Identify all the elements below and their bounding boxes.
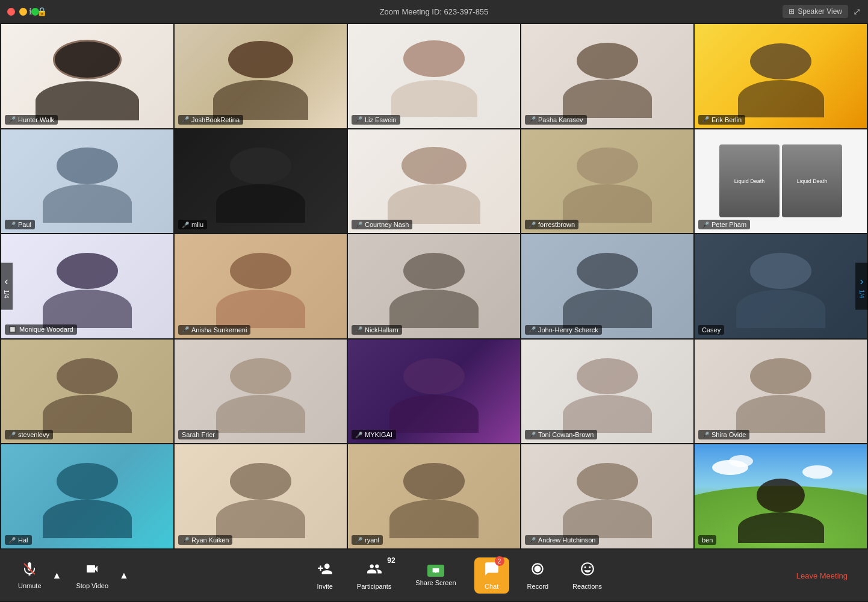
mute-icon: 🎤 [529, 116, 536, 123]
mute-icon: 🎤 [355, 116, 362, 123]
toolbar: Unmute ▲ Stop Video ▲ Invite [0, 550, 868, 601]
video-camera-icon [85, 562, 99, 580]
titlebar-icons: ℹ 🔒 [29, 7, 47, 16]
mute-icon: 🎤 [702, 222, 709, 228]
video-grid: 🎤 Hunter Walk 🎤 JoshBookRetina 🎤 Liz Esw… [0, 23, 868, 550]
speaker-view-icon: ⊞ [789, 7, 795, 16]
name-tag-ben: ben [698, 535, 716, 545]
video-cell-nickhallam[interactable]: 🎤 NickHallam [348, 234, 520, 338]
participants-button[interactable]: 92 Participants [351, 557, 397, 594]
video-cell-ryan[interactable]: 🎤 Ryan Kuiken [175, 444, 347, 548]
record-button[interactable]: Record [521, 557, 554, 594]
mute-icon: 🎤 [8, 222, 16, 228]
video-cell-forrest[interactable]: 🎤 forrestbrown [521, 129, 693, 234]
video-cell-paul[interactable]: 🎤 Paul [1, 129, 173, 234]
video-cell-josh[interactable]: 🎤 JoshBookRetina [175, 24, 347, 128]
name-tag-peter: 🎤 Peter Pham [698, 220, 750, 229]
unmute-button[interactable]: Unmute [12, 558, 48, 593]
name-tag-mliu: 🎤 mliu [178, 220, 207, 229]
mute-icon: 🎤 [529, 222, 536, 228]
chat-icon: 2 [484, 561, 500, 580]
minimize-button[interactable] [19, 8, 27, 16]
page-counter-right: 1/4 [858, 290, 865, 298]
participants-count: 92 [387, 556, 395, 565]
chat-button[interactable]: 2 Chat [474, 557, 509, 594]
name-tag-paul: 🎤 Paul [5, 220, 35, 229]
security-icon[interactable]: 🔒 [37, 7, 47, 16]
video-cell-pasha[interactable]: 🎤 Pasha Karasev [521, 24, 693, 128]
video-cell-mliu[interactable]: 🎤 mliu [175, 129, 347, 234]
mute-icon: 🎤 [8, 116, 16, 123]
name-tag-ryanl: 🎤 ryanl [352, 535, 383, 545]
mute-icon: 🎤 [355, 537, 362, 544]
mute-icon: 🎤 [182, 326, 189, 333]
video-cell-courtney[interactable]: 🎤 Courtney Nash [348, 129, 520, 234]
name-tag-hal: 🎤 Hal [5, 535, 32, 545]
speaker-view-button[interactable]: ⊞ Speaker View [783, 5, 848, 18]
video-cell-hal[interactable]: 🎤 Hal [1, 444, 173, 548]
name-tag-stevenlevy: 🎤 stevenlevy [5, 430, 53, 439]
microphone-icon [22, 562, 37, 580]
invite-button[interactable]: Invite [311, 557, 339, 594]
unmute-caret[interactable]: ▲ [50, 570, 64, 581]
video-cell-hunter-walk[interactable]: 🎤 Hunter Walk [1, 24, 173, 128]
name-tag-ryan: 🎤 Ryan Kuiken [178, 535, 232, 545]
page-indicator-left[interactable]: ‹ 1/4 [0, 262, 13, 310]
mute-icon: 🎤 [8, 537, 16, 544]
name-tag-josh: 🎤 JoshBookRetina [178, 115, 243, 125]
video-cell-shira[interactable]: 🎤 Shira Ovide [695, 340, 867, 444]
page-indicator-right[interactable]: › 1/4 [855, 262, 868, 310]
video-cell-sarah[interactable]: Sarah Frier [175, 340, 347, 444]
name-tag-shira: 🎤 Shira Ovide [698, 430, 749, 439]
name-tag-sarah: Sarah Frier [178, 430, 219, 439]
participants-icon: 92 [367, 561, 382, 580]
video-cell-mykigai[interactable]: 🎤 MYKIGAI [348, 340, 520, 444]
close-button[interactable] [7, 8, 15, 16]
video-cell-john[interactable]: 🎤 John-Henry Scherck [521, 234, 693, 338]
stop-video-caret[interactable]: ▲ [117, 570, 131, 581]
svg-point-2 [535, 566, 541, 573]
mute-icon: 🎤 [529, 537, 536, 544]
video-cell-toni[interactable]: 🎤 Toni Cowan-Brown [521, 340, 693, 444]
video-cell-anisha[interactable]: 🎤 Anisha Sunkerneni [175, 234, 347, 338]
share-screen-button[interactable]: Share Screen [409, 561, 462, 590]
name-tag-courtney: 🎤 Courtney Nash [352, 220, 412, 229]
info-icon[interactable]: ℹ [29, 7, 32, 16]
leave-meeting-button[interactable]: Leave Meeting [788, 566, 856, 585]
video-cell-andrew[interactable]: 🎤 Andrew Hutchinson [521, 444, 693, 548]
stop-video-button[interactable]: Stop Video [70, 558, 114, 593]
name-tag-liz: 🎤 Liz Eswein [352, 115, 400, 125]
right-chevron-icon: › [860, 275, 864, 287]
name-tag-hunter-walk: 🎤 Hunter Walk [5, 115, 58, 125]
mute-icon: 🎤 [182, 537, 189, 544]
stop-video-label: Stop Video [76, 582, 108, 589]
video-cell-ben[interactable]: ben [695, 444, 867, 548]
video-cell-ryanl[interactable]: 🎤 ryanl [348, 444, 520, 548]
fullscreen-icon[interactable]: ⤢ [853, 6, 861, 17]
video-cell-monique[interactable]: 🔲 Monique Woodard [1, 234, 173, 338]
share-screen-label: Share Screen [415, 579, 456, 586]
chat-label: Chat [485, 583, 498, 590]
chat-badge: 2 [495, 556, 504, 566]
video-cell-stevenlevy[interactable]: 🎤 stevenlevy [1, 340, 173, 444]
name-tag-anisha: 🎤 Anisha Sunkerneni [178, 325, 250, 335]
record-icon [530, 561, 545, 580]
mute-icon: 🎤 [702, 116, 709, 123]
video-cell-liz[interactable]: 🎤 Liz Eswein [348, 24, 520, 128]
reactions-button[interactable]: Reactions [566, 557, 608, 594]
titlebar: ℹ 🔒 Zoom Meeting ID: 623-397-855 ⊞ Speak… [0, 0, 868, 23]
mute-icon: 🎤 [355, 432, 362, 438]
name-tag-forrest: 🎤 forrestbrown [525, 220, 578, 229]
mute-icon: 🎤 [355, 222, 362, 228]
mute-icon: 🎤 [529, 432, 536, 438]
name-tag-monique: 🔲 Monique Woodard [5, 324, 77, 335]
video-cell-casey[interactable]: Casey [695, 234, 867, 338]
share-screen-icon [427, 565, 444, 577]
video-cell-erik[interactable]: 🎤 Erik Berlin [695, 24, 867, 128]
name-tag-mykigai: 🎤 MYKIGAI [352, 430, 396, 439]
mute-icon: 🎤 [182, 222, 189, 228]
name-tag-toni: 🎤 Toni Cowan-Brown [525, 430, 597, 439]
video-cell-peter[interactable]: Liquid Death Liquid Death 🎤 Peter Pham [695, 129, 867, 234]
mute-icon: 🎤 [8, 432, 16, 438]
toolbar-right-controls: Leave Meeting [788, 566, 856, 585]
